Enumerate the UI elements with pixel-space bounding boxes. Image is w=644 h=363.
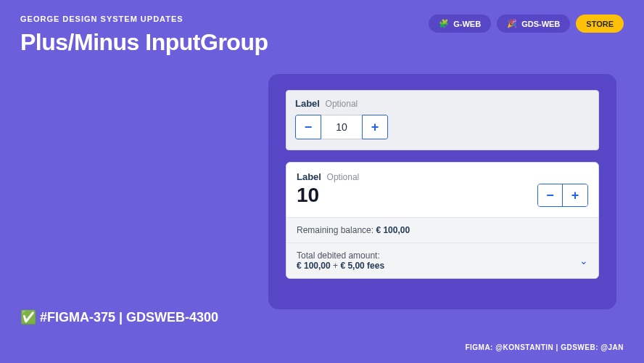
big-value: 10	[297, 184, 359, 207]
gweb-label: G-WEB	[453, 20, 481, 28]
minus-button-2[interactable]: −	[538, 184, 563, 206]
ticket-text: #FIGMA-375 | GDSWEB-4300	[40, 310, 218, 325]
credits-line: FIGMA: @KONSTANTIN | GDSWEB: @JAN	[465, 343, 624, 351]
chevron-down-icon: ⌄	[579, 255, 588, 266]
quantity-stepper: − +	[295, 115, 388, 139]
balance-text: Remaining balance: € 100,00	[297, 225, 410, 235]
label-text: Label	[295, 98, 320, 109]
balance-value: € 100,00	[376, 225, 410, 235]
total-debited-row[interactable]: Total debited amount: € 100,00 + € 5,00 …	[286, 242, 598, 278]
stepper-value-block: Label Optional 10	[297, 171, 359, 207]
stepper-main-row: Label Optional 10 − +	[286, 163, 598, 217]
debit-text: Total debited amount: € 100,00 + € 5,00 …	[297, 250, 384, 271]
subtitle: GEORGE DESIGN SYSTEM UPDATES	[20, 15, 268, 23]
stepper-demo-compact: Label Optional − +	[286, 90, 599, 150]
gds-label: GDS-WEB	[521, 20, 560, 28]
header-pills: 🧩 G-WEB 🎉 GDS-WEB STORE	[429, 15, 624, 33]
quantity-stepper-2: − +	[537, 184, 588, 207]
debit-amount-2: € 5,00 fees	[340, 261, 384, 271]
minus-button[interactable]: −	[295, 115, 321, 139]
label-row: Label Optional	[295, 98, 590, 109]
balance-label: Remaining balance:	[297, 225, 373, 235]
ticket-reference: ✅ #FIGMA-375 | GDSWEB-4300	[20, 309, 218, 325]
header: GEORGE DESIGN SYSTEM UPDATES Plus/Minus …	[0, 0, 644, 56]
optional-hint-2: Optional	[327, 172, 360, 182]
demo-canvas: Label Optional − + Label Optional 10 − +	[268, 74, 616, 309]
plus-button-2[interactable]: +	[563, 184, 587, 206]
debit-amount-1: € 100,00	[297, 261, 331, 271]
gdsweb-pill[interactable]: 🎉 GDS-WEB	[497, 15, 570, 33]
label-text-2: Label	[297, 171, 321, 182]
check-icon: ✅	[20, 310, 36, 325]
header-left: GEORGE DESIGN SYSTEM UPDATES Plus/Minus …	[20, 15, 268, 56]
debit-label: Total debited amount:	[297, 250, 380, 261]
plus-button[interactable]: +	[362, 115, 388, 139]
label-row-2: Label Optional	[297, 171, 359, 182]
optional-hint: Optional	[326, 99, 358, 109]
store-label: STORE	[586, 20, 614, 28]
page-title: Plus/Minus InputGroup	[20, 29, 268, 56]
figma-icon: 🧩	[439, 19, 449, 28]
remaining-balance-row: Remaining balance: € 100,00	[286, 217, 598, 242]
gweb-pill[interactable]: 🧩 G-WEB	[429, 15, 491, 33]
debit-plus: +	[331, 261, 341, 271]
store-pill[interactable]: STORE	[576, 15, 624, 33]
stepper-demo-detailed: Label Optional 10 − + Remaining balance:…	[286, 162, 599, 279]
sparkle-icon: 🎉	[507, 19, 517, 28]
stepper-input[interactable]	[321, 115, 362, 139]
